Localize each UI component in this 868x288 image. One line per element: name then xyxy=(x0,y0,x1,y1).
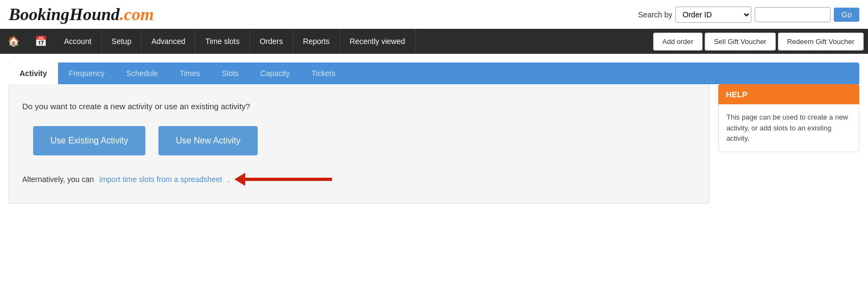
arrow-head-icon xyxy=(234,173,245,186)
redeem-gift-voucher-button[interactable]: Redeem Gift Voucher xyxy=(778,33,864,51)
home-icon[interactable]: 🏠 xyxy=(0,29,27,54)
sidebar-item-advanced[interactable]: Advanced xyxy=(142,29,195,53)
top-header: BookingHound.com Search by Order ID Cust… xyxy=(0,0,868,29)
help-body: This page can be used to create a new ac… xyxy=(718,104,859,152)
alt-text-before: Alternatively, you can xyxy=(22,175,94,184)
use-new-activity-button[interactable]: Use New Activity xyxy=(158,126,258,155)
content-box: Do you want to create a new activity or … xyxy=(9,84,710,204)
search-input[interactable] xyxy=(755,7,831,22)
tab-times[interactable]: Times xyxy=(169,62,211,84)
logo-text-orange: .com xyxy=(120,4,154,24)
add-order-button[interactable]: Add order xyxy=(653,33,703,51)
navbar-right: Add order Sell Gift Voucher Redeem Gift … xyxy=(651,33,868,51)
logo: BookingHound.com xyxy=(9,4,154,24)
sidebar-item-orders[interactable]: Orders xyxy=(250,29,293,53)
navbar: 🏠 📅 Account Setup Advanced Time slots Or… xyxy=(0,29,868,54)
tab-capacity[interactable]: Capacity xyxy=(250,62,301,84)
tab-slots[interactable]: Slots xyxy=(211,62,250,84)
tab-activity[interactable]: Activity xyxy=(9,62,58,84)
sell-gift-voucher-button[interactable]: Sell Gift Voucher xyxy=(705,33,776,51)
tabs-bar: Activity Frequency Schedule Times Slots … xyxy=(9,62,859,84)
import-spreadsheet-link[interactable]: import time slots from a spreadsheet xyxy=(99,175,222,184)
content-question: Do you want to create a new activity or … xyxy=(22,102,696,111)
search-bar: Search by Order ID Customer Name Email G… xyxy=(638,7,859,23)
sidebar-item-recently-viewed[interactable]: Recently viewed xyxy=(340,29,416,53)
alt-text-after: . xyxy=(227,175,229,184)
sidebar-item-setup[interactable]: Setup xyxy=(102,29,142,53)
logo-text-black: BookingHound xyxy=(9,4,120,24)
search-select[interactable]: Order ID Customer Name Email xyxy=(675,7,751,23)
help-box: HELP This page can be used to create a n… xyxy=(718,84,859,204)
calendar-icon[interactable]: 📅 xyxy=(27,29,54,54)
sidebar-item-timeslots[interactable]: Time slots xyxy=(195,29,250,53)
sidebar-item-account[interactable]: Account xyxy=(54,29,102,53)
arrow-indicator xyxy=(235,173,332,186)
content-buttons: Use Existing Activity Use New Activity xyxy=(22,126,696,155)
tab-schedule[interactable]: Schedule xyxy=(116,62,169,84)
content-alt: Alternatively, you can import time slots… xyxy=(22,173,696,186)
search-label: Search by xyxy=(638,10,672,19)
tab-tickets[interactable]: Tickets xyxy=(301,62,346,84)
navbar-left: 🏠 📅 Account Setup Advanced Time slots Or… xyxy=(0,29,651,54)
tab-frequency[interactable]: Frequency xyxy=(58,62,116,84)
main-area: Do you want to create a new activity or … xyxy=(9,84,859,204)
sidebar-item-reports[interactable]: Reports xyxy=(293,29,340,53)
use-existing-activity-button[interactable]: Use Existing Activity xyxy=(33,126,145,155)
arrow-body xyxy=(245,178,332,181)
help-header: HELP xyxy=(718,84,859,104)
go-button[interactable]: Go xyxy=(834,8,859,22)
